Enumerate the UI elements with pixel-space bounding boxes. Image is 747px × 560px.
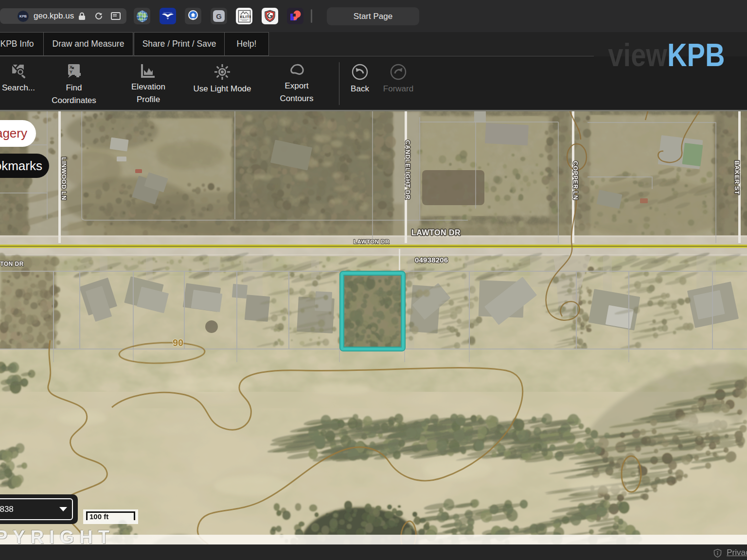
svg-text:ELITE: ELITE bbox=[240, 15, 251, 19]
svg-text:Y: Y bbox=[70, 70, 72, 74]
